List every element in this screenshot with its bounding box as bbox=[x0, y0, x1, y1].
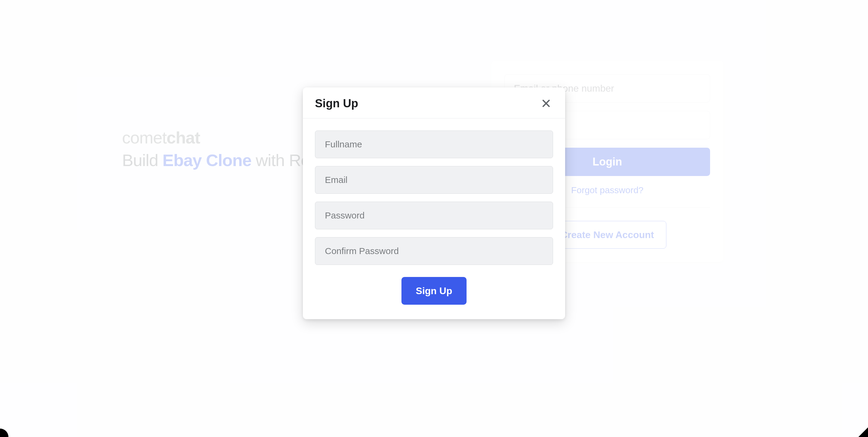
close-icon bbox=[541, 98, 551, 108]
signup-submit-button[interactable]: Sign Up bbox=[401, 277, 467, 305]
modal-close-button[interactable] bbox=[539, 96, 553, 110]
modal-header: Sign Up bbox=[303, 87, 565, 119]
modal-overlay[interactable]: Sign Up Sign Up bbox=[0, 0, 868, 437]
signup-confirm-password-input[interactable] bbox=[315, 237, 553, 265]
modal-title: Sign Up bbox=[315, 97, 358, 110]
signup-email-input[interactable] bbox=[315, 166, 553, 194]
modal-body: Sign Up bbox=[303, 119, 565, 319]
signup-modal: Sign Up Sign Up bbox=[303, 87, 565, 319]
signup-password-input[interactable] bbox=[315, 201, 553, 229]
signup-fullname-input[interactable] bbox=[315, 130, 553, 158]
